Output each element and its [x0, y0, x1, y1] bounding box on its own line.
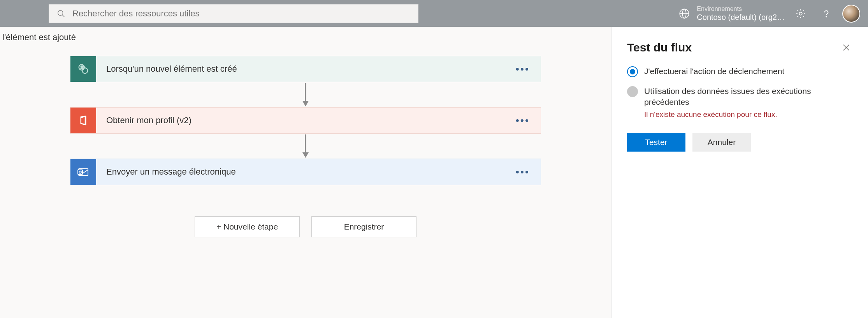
top-header: Environnements Contoso (default) (org2… [0, 0, 868, 27]
panel-title: Test du flux [627, 41, 692, 54]
search-icon [57, 9, 65, 18]
radio-indicator [627, 86, 638, 97]
environment-value: Contoso (default) (org2… [697, 12, 785, 22]
close-icon [842, 43, 850, 52]
flow-step-label: Obtenir mon profil (v2) [106, 115, 503, 125]
flow-canvas: l'élément est ajouté S Lorsqu'un nouvel … [0, 27, 611, 318]
new-step-button[interactable]: + Nouvelle étape [195, 216, 300, 237]
test-button[interactable]: Tester [627, 133, 685, 152]
cancel-button[interactable]: Annuler [692, 133, 751, 152]
radio-option-previous: Utilisation des données issues des exécu… [627, 83, 852, 119]
help-button[interactable] [817, 4, 836, 23]
flow-step-label: Lorsqu'un nouvel élément est créé [106, 64, 503, 74]
save-button[interactable]: Enregistrer [311, 216, 416, 237]
connector-arrow [300, 82, 311, 107]
settings-button[interactable] [791, 4, 810, 23]
globe-icon [679, 8, 690, 19]
avatar[interactable] [842, 5, 860, 23]
svg-point-0 [58, 10, 63, 15]
radio-indicator [627, 66, 638, 77]
svg-text:S: S [81, 65, 84, 70]
connector-arrow [300, 134, 311, 159]
svg-marker-13 [302, 152, 309, 158]
step-menu-button[interactable]: ••• [513, 164, 533, 180]
sharepoint-icon: S [70, 56, 96, 82]
svg-point-6 [826, 16, 827, 17]
svg-line-1 [62, 15, 64, 17]
environment-text: Environnements Contoso (default) (org2… [697, 5, 785, 22]
step-menu-button[interactable]: ••• [513, 62, 533, 77]
flow-title: l'élément est ajouté [0, 27, 78, 48]
office-icon [70, 108, 96, 133]
search-input[interactable] [72, 9, 410, 19]
flow-step-trigger[interactable]: S Lorsqu'un nouvel élément est créé ••• [70, 56, 541, 82]
search-box[interactable] [49, 4, 418, 23]
svg-marker-11 [302, 101, 309, 106]
svg-point-5 [799, 12, 802, 15]
outlook-icon [70, 159, 96, 185]
gear-icon [795, 8, 806, 19]
flow-step-profile[interactable]: Obtenir mon profil (v2) ••• [70, 107, 541, 134]
test-flow-panel: Test du flux J'effectuerai l'action de d… [611, 27, 868, 318]
environment-label: Environnements [697, 5, 785, 12]
step-menu-button[interactable]: ••• [513, 113, 533, 128]
flow-step-email[interactable]: Envoyer un message électronique ••• [70, 159, 541, 185]
radio-option-manual[interactable]: J'effectuerai l'action de déclenchement [627, 60, 852, 77]
close-panel-button[interactable] [840, 41, 852, 54]
help-icon [821, 9, 831, 19]
environment-picker[interactable]: Environnements Contoso (default) (org2… [679, 5, 785, 22]
svg-rect-15 [78, 170, 83, 175]
radio-error-text: Il n'existe aucune exécution pour ce flu… [644, 110, 852, 119]
radio-label: Utilisation des données issues des exécu… [644, 86, 852, 108]
radio-label: J'effectuerai l'action de déclenchement [644, 66, 784, 77]
flow-step-label: Envoyer un message électronique [106, 167, 503, 177]
